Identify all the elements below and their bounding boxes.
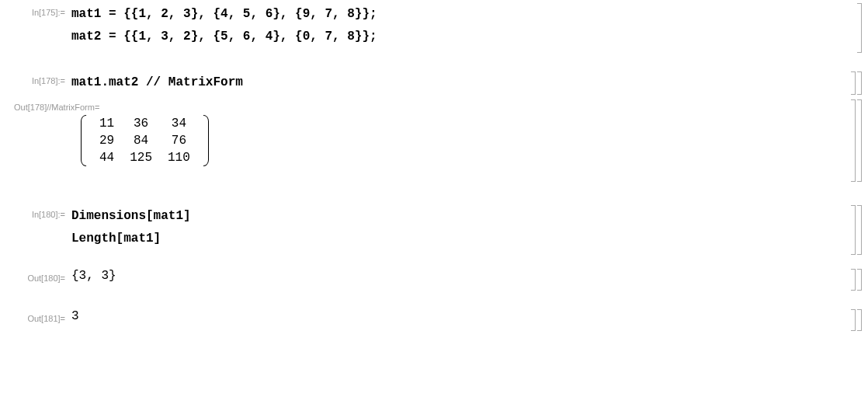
matrix-cell: 44 xyxy=(92,149,122,166)
input-cell-178[interactable]: In[178]:= mat1.mat2 // MatrixForm xyxy=(0,71,868,95)
matrix-row: 11 36 34 xyxy=(92,115,198,132)
matrix-display: 11 36 34 29 84 76 44 125 110 xyxy=(81,115,209,166)
empty-label xyxy=(0,115,71,120)
matrix-table: 11 36 34 29 84 76 44 125 110 xyxy=(92,115,198,166)
output-value-181: 3 xyxy=(71,309,868,323)
bracket-icon xyxy=(857,205,862,255)
input-code-178[interactable]: mat1.mat2 // MatrixForm xyxy=(71,71,868,94)
matrix-cell: 84 xyxy=(122,132,160,149)
cell-bracket[interactable] xyxy=(851,71,862,95)
left-paren-icon xyxy=(81,115,87,166)
output-cell-178: 11 36 34 29 84 76 44 125 110 xyxy=(0,115,868,182)
matrix-cell: 36 xyxy=(122,115,160,132)
output-cell-180: Out[180]= {3, 3} xyxy=(0,269,868,291)
matrix-cell: 76 xyxy=(160,132,198,149)
in-label-175: In[175]:= xyxy=(0,3,71,17)
out-label-178-matrixform: Out[178]//MatrixForm= xyxy=(0,103,868,112)
code-line: mat1.mat2 // MatrixForm xyxy=(71,71,868,94)
input-code-175[interactable]: mat1 = {{1, 2, 3}, {4, 5, 6}, {9, 7, 8}}… xyxy=(71,3,868,48)
bracket-icon xyxy=(851,269,856,291)
bracket-icon xyxy=(857,71,862,95)
code-line: Length[mat1] xyxy=(71,228,868,250)
matrix-row: 29 84 76 xyxy=(92,132,198,149)
in-label-180: In[180]:= xyxy=(0,205,71,219)
cell-bracket[interactable] xyxy=(851,309,862,331)
matrix-row: 44 125 110 xyxy=(92,149,198,166)
matrix-cell: 110 xyxy=(160,149,198,166)
cell-bracket[interactable] xyxy=(851,269,862,291)
input-code-180[interactable]: Dimensions[mat1] Length[mat1] xyxy=(71,205,868,250)
in-label-178: In[178]:= xyxy=(0,71,71,85)
bracket-icon xyxy=(857,269,862,291)
bracket-icon xyxy=(857,309,862,331)
cell-bracket[interactable] xyxy=(851,205,862,255)
bracket-icon xyxy=(851,99,856,182)
cell-bracket[interactable] xyxy=(857,3,862,53)
bracket-icon xyxy=(851,205,856,255)
output-text: 3 xyxy=(71,309,79,323)
code-line: mat2 = {{1, 3, 2}, {5, 6, 4}, {0, 7, 8}}… xyxy=(71,26,868,48)
input-cell-175[interactable]: In[175]:= mat1 = {{1, 2, 3}, {4, 5, 6}, … xyxy=(0,3,868,53)
bracket-icon xyxy=(851,309,856,331)
matrix-cell: 11 xyxy=(92,115,122,132)
matrix-cell: 34 xyxy=(160,115,198,132)
bracket-icon xyxy=(857,3,862,53)
matrix-cell: 29 xyxy=(92,132,122,149)
right-paren-icon xyxy=(203,115,209,166)
output-value-180: {3, 3} xyxy=(71,269,868,283)
bracket-icon xyxy=(857,99,862,182)
out-label-181: Out[181]= xyxy=(0,309,71,323)
code-line: Dimensions[mat1] xyxy=(71,205,868,228)
matrix-output: 11 36 34 29 84 76 44 125 110 xyxy=(71,115,868,170)
output-text: {3, 3} xyxy=(71,269,116,283)
code-line: mat1 = {{1, 2, 3}, {4, 5, 6}, {9, 7, 8}}… xyxy=(71,3,868,26)
input-cell-180[interactable]: In[180]:= Dimensions[mat1] Length[mat1] xyxy=(0,205,868,255)
cell-bracket[interactable] xyxy=(851,99,862,182)
matrix-cell: 125 xyxy=(122,149,160,166)
bracket-icon xyxy=(851,71,856,95)
out-label-180: Out[180]= xyxy=(0,269,71,283)
output-cell-181: Out[181]= 3 xyxy=(0,309,868,331)
